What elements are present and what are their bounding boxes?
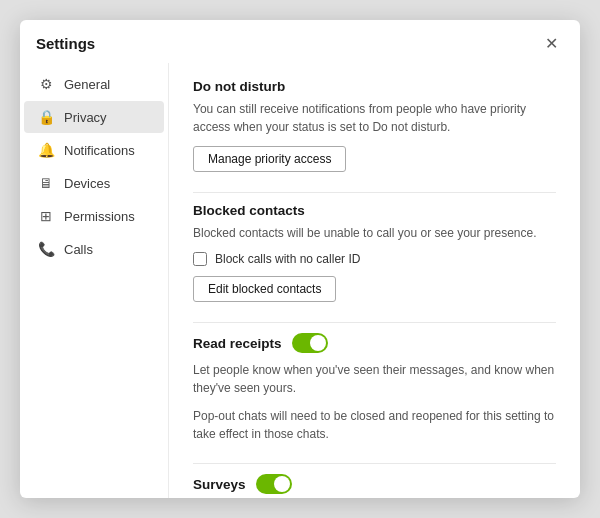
settings-window: Settings ✕ ⚙General🔒Privacy🔔Notification… (20, 20, 580, 498)
sidebar-item-notifications[interactable]: 🔔Notifications (24, 134, 164, 166)
blocked-title: Blocked contacts (193, 203, 556, 218)
sidebar-item-calls[interactable]: 📞Calls (24, 233, 164, 265)
notifications-icon: 🔔 (38, 142, 54, 158)
surveys-title: Surveys (193, 477, 246, 492)
section-do-not-disturb: Do not disturb You can still receive not… (193, 79, 556, 172)
surveys-toggle-thumb (274, 476, 290, 492)
read-receipts-title: Read receipts (193, 336, 282, 351)
section-blocked-contacts: Blocked contacts Blocked contacts will b… (193, 203, 556, 302)
read-receipts-desc2: Pop-out chats will need to be closed and… (193, 407, 556, 443)
block-calls-checkbox[interactable] (193, 252, 207, 266)
sidebar-item-devices[interactable]: 🖥Devices (24, 167, 164, 199)
sidebar-item-privacy[interactable]: 🔒Privacy (24, 101, 164, 133)
block-calls-row: Block calls with no caller ID (193, 252, 556, 266)
divider-2 (193, 322, 556, 323)
sidebar-item-general[interactable]: ⚙General (24, 68, 164, 100)
block-calls-label: Block calls with no caller ID (215, 252, 360, 266)
sidebar-label-general: General (64, 77, 110, 92)
read-receipts-toggle[interactable] (292, 333, 328, 353)
sidebar-label-permissions: Permissions (64, 209, 135, 224)
sidebar-label-devices: Devices (64, 176, 110, 191)
main-panel: Do not disturb You can still receive not… (168, 63, 580, 498)
sidebar: ⚙General🔒Privacy🔔Notifications🖥Devices⊞P… (20, 63, 168, 498)
surveys-toggle-track (256, 474, 292, 494)
window-title: Settings (36, 35, 95, 52)
read-receipts-desc1: Let people know when you've seen their m… (193, 361, 556, 397)
read-receipts-toggle-row: Read receipts (193, 333, 556, 353)
calls-icon: 📞 (38, 241, 54, 257)
toggle-thumb (310, 335, 326, 351)
section-read-receipts: Read receipts Let people know when you'v… (193, 333, 556, 443)
surveys-toggle-row: Surveys (193, 474, 556, 494)
divider-3 (193, 463, 556, 464)
dnd-title: Do not disturb (193, 79, 556, 94)
sidebar-label-notifications: Notifications (64, 143, 135, 158)
divider-1 (193, 192, 556, 193)
blocked-description: Blocked contacts will be unable to call … (193, 224, 556, 242)
section-surveys: Surveys Participate in surveys from Micr… (193, 474, 556, 498)
sidebar-label-privacy: Privacy (64, 110, 107, 125)
privacy-icon: 🔒 (38, 109, 54, 125)
edit-blocked-button[interactable]: Edit blocked contacts (193, 276, 336, 302)
dnd-description: You can still receive notifications from… (193, 100, 556, 136)
permissions-icon: ⊞ (38, 208, 54, 224)
title-bar: Settings ✕ (20, 20, 580, 63)
close-button[interactable]: ✕ (539, 32, 564, 55)
surveys-toggle[interactable] (256, 474, 292, 494)
sidebar-item-permissions[interactable]: ⊞Permissions (24, 200, 164, 232)
manage-priority-button[interactable]: Manage priority access (193, 146, 346, 172)
devices-icon: 🖥 (38, 175, 54, 191)
toggle-track (292, 333, 328, 353)
general-icon: ⚙ (38, 76, 54, 92)
main-content: ⚙General🔒Privacy🔔Notifications🖥Devices⊞P… (20, 63, 580, 498)
sidebar-label-calls: Calls (64, 242, 93, 257)
